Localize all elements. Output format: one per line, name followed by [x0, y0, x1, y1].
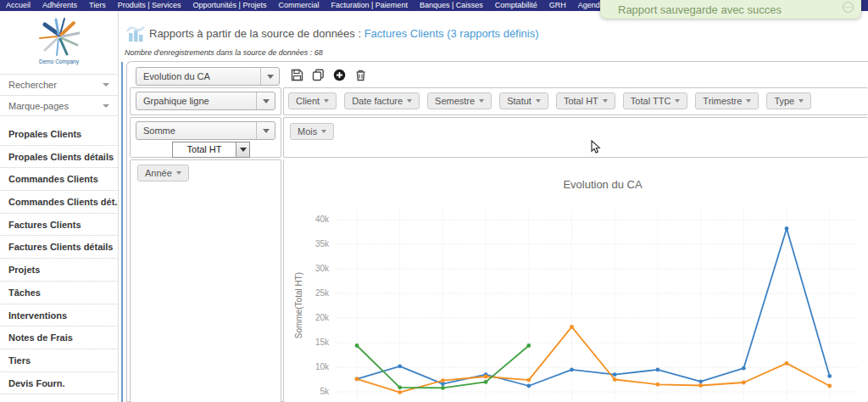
nav-item-accueil[interactable]: Accueil — [0, 0, 36, 11]
nav-item-adhe-rents[interactable]: Adhérents — [36, 0, 83, 11]
sidebar: Demo Company Rechercher Marque-pages Pro… — [0, 11, 119, 402]
duplicate-report-button[interactable] — [312, 69, 325, 81]
search-label: Rechercher — [8, 80, 57, 90]
page-title: Rapports à partir de la source de donnée… — [149, 27, 539, 40]
layout-resizer-bar[interactable] — [121, 62, 123, 402]
nav-item-commercial[interactable]: Commercial — [272, 0, 325, 11]
field-chip-total-ht[interactable]: Total HT — [556, 92, 615, 109]
chevron-down-icon — [324, 99, 329, 103]
row-dimension-box — [130, 159, 281, 402]
chevron-down-icon — [321, 130, 326, 133]
line-chart: 5k10k15k20k25k30k35k40kEvolution du CASo… — [283, 159, 868, 402]
field-chip-client[interactable]: Client — [288, 92, 337, 109]
nav-item-produits-services[interactable]: Produits | Services — [112, 0, 187, 11]
delete-report-button[interactable] — [354, 69, 367, 81]
svg-text:30k: 30k — [315, 264, 330, 273]
aggregate-value: Somme — [136, 126, 256, 136]
chart-type-select[interactable]: Grpahique ligne — [136, 92, 275, 110]
row-dimension-chip[interactable]: Année — [137, 165, 189, 181]
chevron-down-icon — [236, 142, 249, 157]
toast-message: Rapport sauvegarde avec succes — [618, 3, 782, 16]
row-dimension-label: Année — [145, 168, 172, 178]
available-fields-row: ClientDate factureSemestreStatutTotal HT… — [288, 92, 868, 109]
measure-value: Total HT — [173, 142, 236, 157]
nav-item-opportunite-s-projets[interactable]: Opportunités | Projets — [187, 0, 273, 11]
page-title-text: Rapports à partir de la source de donnée… — [149, 27, 364, 40]
field-chip-label: Statut — [507, 96, 531, 106]
field-chip-trimestre[interactable]: Trimestre — [695, 92, 759, 109]
chevron-down-icon — [536, 99, 541, 103]
nav-item-grh[interactable]: GRH — [543, 0, 572, 11]
nav-item-facturation-paiement[interactable]: Facturation | Paiement — [326, 0, 414, 11]
chevron-down-icon — [407, 99, 412, 103]
svg-text:20k: 20k — [315, 313, 330, 322]
bookmarks-label: Marque-pages — [8, 101, 69, 111]
svg-text:35k: 35k — [315, 239, 330, 248]
chevron-down-icon — [798, 99, 804, 103]
field-chip-total-ttc[interactable]: Total TTC — [623, 92, 687, 109]
sidebar-item-commandes-clients-de-t[interactable]: Commandes Clients dét... — [0, 191, 118, 214]
chevron-down-icon — [256, 92, 275, 109]
field-chip-label: Date facture — [352, 96, 403, 106]
sidebar-item-propales-clients-de-tails[interactable]: Propales Clients détails — [0, 146, 118, 169]
report-list: Propales ClientsPropales Clients détails… — [0, 123, 118, 394]
chevron-down-icon — [103, 104, 109, 108]
datasource-link[interactable]: Factures Clients (3 rapports définis) — [364, 27, 539, 40]
chevron-down-icon — [176, 171, 181, 175]
sidebar-item-notes-de-frais[interactable]: Notes de Frais — [0, 327, 118, 349]
search-dropdown[interactable]: Rechercher — [0, 74, 118, 95]
chevron-down-icon — [746, 99, 751, 103]
sidebar-item-factures-clients-de-tails[interactable]: Factures Clients détails — [0, 236, 118, 259]
sidebar-item-commandes-clients[interactable]: Commandes Clients — [0, 168, 118, 191]
chevron-down-icon — [103, 83, 109, 87]
nav-item-comptabilite[interactable]: Comptabilité — [489, 0, 543, 11]
nav-item-tiers[interactable]: Tiers — [83, 0, 112, 11]
column-dimension-box — [283, 117, 868, 158]
bookmarks-dropdown[interactable]: Marque-pages — [0, 95, 118, 116]
field-chip-statut[interactable]: Statut — [499, 92, 548, 109]
chevron-down-icon — [260, 68, 279, 85]
field-chip-label: Total HT — [564, 96, 598, 106]
report-select[interactable]: Evolution du CA — [136, 67, 280, 86]
sidebar-item-propales-clients[interactable]: Propales Clients — [0, 123, 118, 146]
add-report-button[interactable] — [333, 69, 346, 81]
starburst-logo-icon — [33, 16, 86, 57]
records-count-note: Nombre d'enregistrements dans la source … — [125, 48, 323, 57]
save-report-button[interactable] — [291, 69, 303, 81]
chevron-down-icon — [256, 122, 275, 139]
chevron-down-icon — [603, 99, 608, 103]
column-dimension-chip[interactable]: Mois — [290, 123, 334, 140]
field-chip-label: Client — [296, 96, 320, 106]
field-chip-label: Semestre — [435, 96, 475, 106]
svg-text:15k: 15k — [315, 338, 330, 347]
report-toolbar — [291, 69, 367, 81]
aggregate-select[interactable]: Somme — [136, 121, 275, 140]
chart-type-value: Grpahique ligne — [136, 96, 256, 106]
svg-text:Somme(Total HT): Somme(Total HT) — [294, 272, 303, 338]
chevron-down-icon — [675, 99, 680, 103]
field-chip-label: Trimestre — [703, 96, 742, 106]
svg-text:25k: 25k — [315, 288, 330, 298]
report-select-value: Evolution du CA — [136, 71, 260, 81]
measure-select[interactable]: Total HT — [172, 142, 250, 158]
chevron-down-icon — [479, 99, 484, 103]
field-chip-semestre[interactable]: Semestre — [427, 92, 492, 109]
sidebar-item-tiers[interactable]: Tiers — [0, 349, 118, 372]
company-logo: Demo Company — [0, 11, 118, 74]
close-icon[interactable]: — — [843, 2, 854, 13]
field-chip-label: Total TTC — [631, 96, 670, 106]
field-chip-date-facture[interactable]: Date facture — [344, 92, 420, 109]
field-chip-type[interactable]: Type — [766, 92, 811, 109]
sidebar-item-ta-ches[interactable]: Tâches — [0, 282, 118, 304]
mouse-cursor — [591, 140, 601, 154]
sidebar-item-projets[interactable]: Projets — [0, 259, 118, 282]
success-toast: Rapport sauvegarde avec succes — — [600, 0, 861, 19]
sidebar-item-devis-fourn[interactable]: Devis Fourn. — [0, 372, 118, 395]
column-dimension-label: Mois — [298, 126, 317, 137]
svg-text:40k: 40k — [315, 215, 330, 224]
company-name: Demo Company — [0, 59, 118, 64]
svg-text:Evolution du CA: Evolution du CA — [563, 178, 643, 191]
sidebar-item-factures-clients[interactable]: Factures Clients — [0, 214, 118, 237]
nav-item-banques-caisses[interactable]: Banques | Caisses — [414, 0, 489, 11]
sidebar-item-interventions[interactable]: Interventions — [0, 304, 118, 327]
